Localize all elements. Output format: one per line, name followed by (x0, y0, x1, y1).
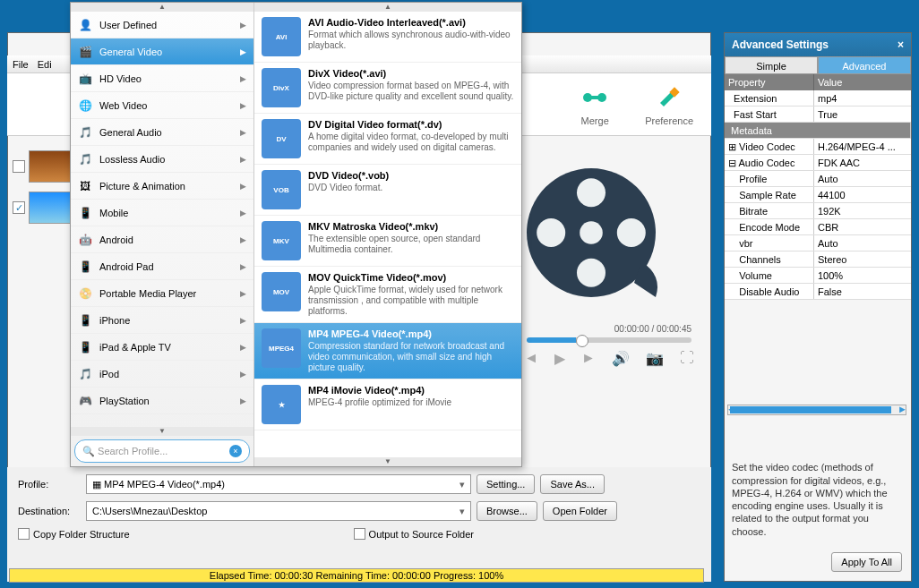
close-icon[interactable]: × (898, 38, 904, 51)
scroll-up-icon[interactable]: ▲ (71, 3, 253, 12)
destination-combo[interactable]: C:\Users\Mnezau\Desktop ▾ (86, 501, 471, 521)
advanced-settings-panel: Advanced Settings × Simple Advanced Prop… (724, 32, 912, 582)
property-row[interactable]: Extensionmp4 (725, 90, 911, 107)
list-item[interactable]: ✓ (13, 192, 73, 224)
copy-folder-check[interactable]: Copy Folder Structure (18, 528, 130, 540)
category-icon: 👤 (78, 18, 92, 32)
chevron-right-icon: ▶ (240, 101, 246, 110)
destination-label: Destination: (18, 506, 81, 516)
chevron-right-icon: ▶ (240, 235, 246, 244)
output-source-check[interactable]: Output to Source Folder (354, 528, 474, 540)
category-icon: 📱 (78, 260, 92, 274)
svg-point-8 (537, 218, 565, 247)
format-badge-icon: MOV (262, 272, 301, 311)
bottom-panel: Profile: ▦ MP4 MPEG-4 Video(*.mp4) ▾ Set… (7, 467, 711, 582)
category-item[interactable]: 🌐Web Video▶ (71, 92, 253, 119)
property-row[interactable]: Fast StartTrue (725, 107, 911, 123)
category-item[interactable]: 📱Android Pad▶ (71, 253, 253, 280)
category-icon: 📱 (78, 313, 92, 328)
format-item[interactable]: VOBDVD Video(*.vob)DVD Video format. (254, 165, 521, 216)
format-item[interactable]: DivXDivX Video(*.avi)Video compression f… (254, 63, 521, 114)
time-display: 00:00:00 / 00:00:45 (520, 324, 699, 334)
scroll-down-icon[interactable]: ▼ (71, 427, 253, 436)
property-row[interactable]: ChannelsStereo (725, 251, 911, 268)
category-item[interactable]: 📀Portable Media Player▶ (71, 280, 253, 307)
chevron-down-icon: ▾ (460, 506, 465, 517)
category-item[interactable]: 🎵iPod▶ (71, 361, 253, 388)
category-item[interactable]: 📱iPhone▶ (71, 307, 253, 334)
format-item[interactable]: ★MP4 iMovie Video(*.mp4)MPEG-4 profile o… (254, 379, 521, 430)
chevron-right-icon: ▶ (240, 128, 246, 137)
profile-combo[interactable]: ▦ MP4 MPEG-4 Video(*.mp4) ▾ (86, 474, 471, 494)
property-row[interactable]: ProfileAuto (725, 171, 911, 187)
property-category[interactable]: Metadata (725, 123, 911, 139)
property-row[interactable]: ⊟ Audio CodecFDK AAC (725, 155, 911, 171)
svg-point-6 (577, 178, 606, 207)
seek-slider[interactable] (527, 337, 691, 343)
format-list: ▲ AVIAVI Audio-Video Interleaved(*.avi)F… (254, 3, 521, 466)
scrollbar[interactable]: ◄► (727, 405, 906, 415)
category-item[interactable]: 📺HD Video▶ (71, 65, 253, 92)
menu-edit[interactable]: Edi (38, 55, 52, 72)
list-item[interactable] (13, 150, 73, 183)
checkbox[interactable] (354, 528, 365, 540)
category-item[interactable]: 🎮PlayStation▶ (71, 388, 253, 414)
merge-icon (580, 83, 609, 112)
property-row[interactable]: Volume100% (725, 268, 911, 284)
open-folder-button[interactable]: Open Folder (543, 501, 617, 521)
volume-icon[interactable]: 🔊 (612, 350, 630, 367)
category-icon: 🎮 (78, 394, 92, 408)
category-item[interactable]: 👤User Defined▶ (71, 12, 253, 38)
save-as-button[interactable]: Save As... (540, 474, 605, 494)
category-item[interactable]: 🎵Lossless Audio▶ (71, 146, 253, 173)
fullscreen-button[interactable]: ⛶ (680, 350, 694, 367)
tab-simple[interactable]: Simple (725, 56, 818, 74)
category-item[interactable]: 🤖Android▶ (71, 226, 253, 253)
prev-button[interactable]: ◄ (524, 350, 538, 367)
tab-advanced[interactable]: Advanced (818, 56, 911, 74)
apply-to-all-button[interactable]: Apply To All (831, 552, 902, 572)
property-row[interactable]: Encode ModeCBR (725, 219, 911, 235)
category-item[interactable]: 📱iPad & Apple TV▶ (71, 334, 253, 361)
chevron-right-icon: ▶ (240, 209, 246, 217)
menu-file[interactable]: File (13, 55, 29, 72)
progress-bar: Elapsed Time: 00:00:30 Remaining Time: 0… (9, 568, 704, 583)
category-item[interactable]: 📱Mobile▶ (71, 200, 253, 226)
checkbox[interactable] (13, 160, 25, 173)
format-item[interactable]: AVIAVI Audio-Video Interleaved(*.avi)For… (254, 12, 521, 63)
category-icon: 📀 (78, 286, 92, 301)
browse-button[interactable]: Browse... (477, 501, 537, 521)
scroll-up-icon[interactable]: ▲ (254, 3, 521, 12)
checkbox[interactable]: ✓ (13, 201, 25, 214)
property-header: Property Value (725, 74, 911, 90)
checkbox[interactable] (18, 528, 30, 540)
format-item[interactable]: DVDV Digital Video format(*.dv)A home di… (254, 114, 521, 165)
format-badge-icon: DV (262, 119, 301, 158)
property-row[interactable]: Sample Rate44100 (725, 187, 911, 203)
snapshot-button[interactable]: 📷 (646, 350, 664, 367)
chevron-right-icon: ▶ (240, 74, 246, 83)
search-input[interactable]: 🔍 Search Profile... × (74, 439, 250, 463)
play-button[interactable]: ▶ (554, 350, 565, 367)
property-row[interactable]: vbrAuto (725, 235, 911, 251)
format-badge-icon: AVI (262, 17, 301, 56)
setting-button[interactable]: Setting... (477, 474, 535, 494)
category-item[interactable]: 🎬General Video▶ (71, 38, 253, 65)
category-item[interactable]: 🎵General Audio▶ (71, 119, 253, 146)
property-row[interactable]: Bitrate192K (725, 203, 911, 219)
tool-merge[interactable]: Merge (580, 83, 609, 126)
format-item[interactable]: MOVMOV QuickTime Video(*.mov)Apple Quick… (254, 267, 521, 323)
format-item[interactable]: MKVMKV Matroska Video(*.mkv)The extensib… (254, 216, 521, 267)
svg-point-7 (577, 259, 606, 287)
next-button[interactable]: ► (581, 350, 596, 367)
tool-preference[interactable]: Preference (645, 83, 693, 126)
property-row[interactable]: ⊞ Video CodecH.264/MPEG-4 ... (725, 139, 911, 155)
clear-icon[interactable]: × (229, 445, 242, 457)
format-item[interactable]: MPEG4MP4 MPEG-4 Video(*.mp4)Compression … (254, 323, 521, 379)
scroll-down-icon[interactable]: ▼ (254, 457, 521, 466)
category-item[interactable]: 🖼Picture & Animation▶ (71, 173, 253, 200)
category-list: ▲ 👤User Defined▶🎬General Video▶📺HD Video… (71, 3, 254, 466)
chevron-right-icon: ▶ (240, 370, 246, 379)
property-row[interactable]: Disable AudioFalse (725, 284, 911, 300)
format-icon: ▦ (92, 479, 101, 490)
